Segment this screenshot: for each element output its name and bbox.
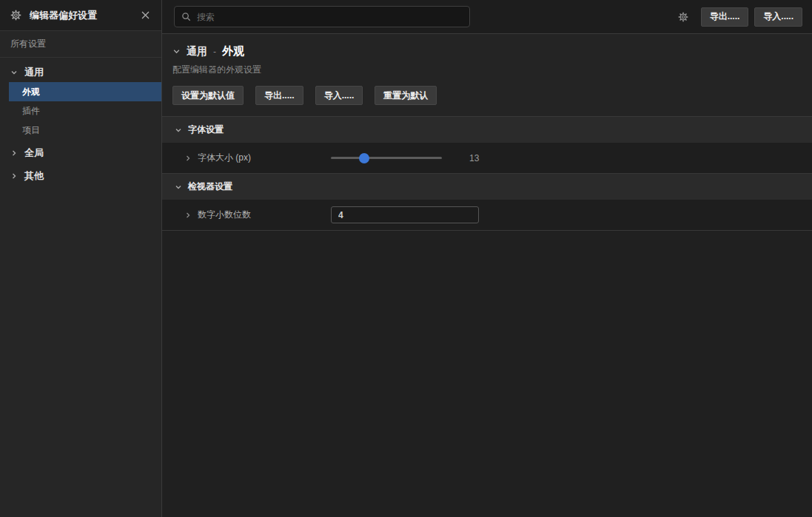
chevron-right-icon — [10, 149, 18, 157]
breadcrumb-category: 通用 — [187, 45, 207, 58]
import-button[interactable]: 导入..... — [754, 7, 802, 27]
chevron-right-icon[interactable] — [184, 155, 192, 162]
setting-label: 字体大小 (px) — [198, 152, 251, 164]
slider-track[interactable] — [331, 157, 442, 159]
sidebar-item-label: 全局 — [24, 146, 44, 160]
chevron-down-icon — [175, 126, 182, 134]
sidebar-item-general[interactable]: 通用 — [0, 63, 161, 82]
topbar: 导出..... 导入..... — [162, 0, 812, 34]
page-title: 外观 — [222, 44, 244, 58]
search-box[interactable] — [174, 6, 470, 27]
close-icon[interactable] — [139, 10, 151, 21]
page-actions: 设置为默认值 导出..... 导入..... 重置为默认 — [172, 86, 802, 105]
sidebar-item-label: 插件 — [22, 105, 40, 118]
setting-label-wrap: 数字小数位数 — [184, 209, 331, 221]
sidebar-item-plugins[interactable]: 插件 — [9, 101, 161, 121]
export-button[interactable]: 导出..... — [701, 7, 749, 27]
section-title: 检视器设置 — [188, 180, 232, 193]
sidebar-item-global[interactable]: 全局 — [0, 143, 161, 163]
chevron-down-icon[interactable] — [172, 47, 181, 55]
window-title: 编辑器偏好设置 — [30, 9, 131, 22]
set-default-button[interactable]: 设置为默认值 — [172, 86, 244, 105]
sidebar-item-label: 通用 — [24, 66, 44, 79]
preferences-sidebar: 编辑器偏好设置 所有设置 通用 外观 插件 项目 — [0, 0, 162, 517]
breadcrumb: 通用 - 外观 — [172, 44, 802, 58]
section-header-font[interactable]: 字体设置 — [162, 117, 812, 143]
import-settings-button[interactable]: 导入..... — [315, 86, 363, 105]
search-icon — [181, 12, 191, 21]
setting-row-font-size: 字体大小 (px) 13 — [162, 143, 812, 174]
reset-default-button[interactable]: 重置为默认 — [375, 86, 437, 105]
sidebar-item-label: 其他 — [24, 169, 44, 183]
window-titlebar: 编辑器偏好设置 — [0, 0, 161, 31]
sidebar-item-other[interactable]: 其他 — [0, 166, 161, 186]
font-size-value: 13 — [469, 153, 479, 163]
page-header: 通用 - 外观 配置编辑器的外观设置 设置为默认值 导出..... 导入....… — [162, 34, 812, 117]
section-title: 字体设置 — [188, 124, 224, 136]
font-size-slider[interactable] — [331, 153, 442, 163]
chevron-right-icon[interactable] — [184, 212, 192, 219]
settings-gear-icon[interactable] — [678, 12, 688, 22]
sidebar-item-project[interactable]: 项目 — [9, 121, 161, 140]
sidebar-item-label: 外观 — [22, 86, 40, 98]
breadcrumb-separator: - — [213, 47, 216, 57]
decimal-places-input[interactable] — [331, 206, 479, 223]
sidebar-item-appearance[interactable]: 外观 — [9, 82, 161, 101]
content-empty-area — [162, 231, 812, 517]
export-settings-button[interactable]: 导出..... — [255, 86, 303, 105]
settings-tree: 通用 外观 插件 项目 全局 其他 — [0, 58, 161, 186]
setting-label: 数字小数位数 — [198, 209, 251, 221]
setting-label-wrap: 字体大小 (px) — [184, 152, 331, 164]
search-input[interactable] — [197, 12, 463, 22]
chevron-down-icon — [175, 183, 182, 191]
gear-icon — [10, 10, 21, 21]
setting-row-decimal-places: 数字小数位数 — [162, 200, 812, 231]
chevron-right-icon — [10, 172, 18, 180]
sidebar-item-all-settings[interactable]: 所有设置 — [0, 31, 161, 58]
chevron-down-icon — [10, 69, 18, 76]
sidebar-item-label: 项目 — [22, 124, 40, 137]
font-size-slider-thumb[interactable] — [359, 153, 369, 163]
main-panel: 导出..... 导入..... 通用 - 外观 配置编辑器的外观设置 设置为默认… — [162, 0, 812, 517]
section-header-inspector[interactable]: 检视器设置 — [162, 174, 812, 200]
page-description: 配置编辑器的外观设置 — [172, 64, 802, 76]
